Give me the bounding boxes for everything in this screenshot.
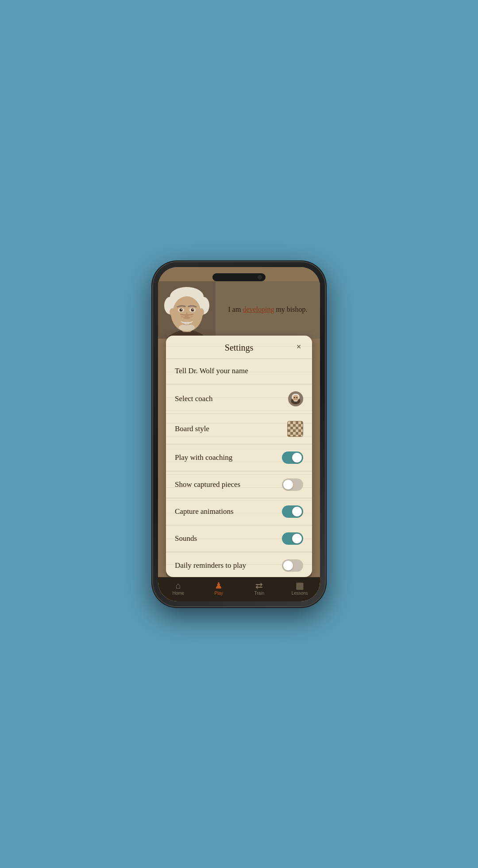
train-icon: ⇄ xyxy=(255,581,263,590)
speech-link: developing xyxy=(243,306,274,313)
svg-point-26 xyxy=(294,397,295,398)
nav-item-play[interactable]: ♟ Play xyxy=(199,577,239,601)
toggle-knob xyxy=(292,534,302,543)
speech-suffix: my bishop. xyxy=(274,306,307,313)
play-icon: ♟ xyxy=(215,581,223,590)
toggle-play-with-coaching[interactable] xyxy=(282,451,303,464)
settings-list: Tell Dr. Wolf your name Select coach xyxy=(166,359,312,577)
svg-point-13 xyxy=(191,308,194,311)
settings-item-sounds[interactable]: Sounds xyxy=(166,525,312,552)
home-icon: ⌂ xyxy=(176,581,181,590)
svg-point-14 xyxy=(181,309,182,310)
settings-header: Settings × xyxy=(166,336,312,359)
coach-speech-bubble: I am developing my bishop. xyxy=(216,281,320,339)
settings-item-board-style[interactable]: Board style xyxy=(166,414,312,444)
nav-item-lessons[interactable]: ▦ Lessons xyxy=(280,577,320,601)
settings-label-play-with-coaching: Play with coaching xyxy=(175,453,232,462)
toggle-knob xyxy=(283,561,293,570)
toggle-knob xyxy=(292,453,302,463)
settings-modal: Settings × Tell Dr. Wolf your name Selec… xyxy=(166,336,312,577)
settings-label-daily-reminders: Daily reminders to play xyxy=(175,561,246,570)
nav-label-play: Play xyxy=(215,591,223,596)
phone-frame: I am developing my bishop. ♙ ♙ ♙ ♙ ♜ xyxy=(153,262,325,607)
toggle-daily-reminders[interactable] xyxy=(282,559,303,572)
phone-screen: I am developing my bishop. ♙ ♙ ♙ ♙ ♜ xyxy=(158,267,320,601)
speech-prefix: I am xyxy=(228,306,243,313)
nav-item-train[interactable]: ⇄ Train xyxy=(239,577,280,601)
coach-portrait-area: I am developing my bishop. xyxy=(158,281,320,339)
settings-item-capture-animations[interactable]: Capture animations xyxy=(166,498,312,525)
settings-title: Settings xyxy=(175,343,303,353)
lessons-icon: ▦ xyxy=(296,581,304,590)
settings-item-daily-reminders[interactable]: Daily reminders to play xyxy=(166,552,312,577)
toggle-sounds[interactable] xyxy=(282,532,303,545)
svg-point-12 xyxy=(180,308,183,311)
toggle-knob xyxy=(292,507,302,516)
toggle-knob xyxy=(283,480,293,489)
close-button[interactable]: × xyxy=(293,340,305,353)
settings-label-sounds: Sounds xyxy=(175,534,197,543)
coach-speech-text: I am developing my bishop. xyxy=(228,305,307,314)
toggle-capture-animations[interactable] xyxy=(282,505,303,518)
settings-item-play-with-coaching[interactable]: Play with coaching xyxy=(166,444,312,471)
nav-item-home[interactable]: ⌂ Home xyxy=(158,577,199,601)
settings-label-select-coach: Select coach xyxy=(175,394,212,403)
settings-label-show-captured-pieces: Show captured pieces xyxy=(175,480,240,489)
board-thumbnail xyxy=(287,421,303,437)
settings-item-tell-name[interactable]: Tell Dr. Wolf your name xyxy=(166,359,312,384)
nav-label-train: Train xyxy=(254,591,264,596)
svg-point-17 xyxy=(199,308,204,316)
settings-item-select-coach[interactable]: Select coach xyxy=(166,384,312,414)
settings-label-board-style: Board style xyxy=(175,424,209,433)
svg-point-27 xyxy=(296,397,297,398)
settings-label-tell-name: Tell Dr. Wolf your name xyxy=(175,367,248,375)
svg-point-15 xyxy=(193,309,193,310)
bottom-nav: ⌂ Home ♟ Play ⇄ Train ▦ Lessons xyxy=(158,577,320,601)
settings-label-capture-animations: Capture animations xyxy=(175,507,234,516)
coach-portrait xyxy=(158,281,216,339)
svg-point-28 xyxy=(294,400,298,401)
nav-label-home: Home xyxy=(172,591,184,596)
svg-point-16 xyxy=(170,308,175,316)
toggle-show-captured-pieces[interactable] xyxy=(282,478,303,491)
nav-label-lessons: Lessons xyxy=(292,591,308,596)
coach-avatar-small xyxy=(288,391,303,406)
svg-point-18 xyxy=(179,324,195,331)
settings-item-show-captured-pieces[interactable]: Show captured pieces xyxy=(166,471,312,498)
chess-background: I am developing my bishop. ♙ ♙ ♙ ♙ ♜ xyxy=(158,267,320,601)
camera xyxy=(258,275,262,279)
